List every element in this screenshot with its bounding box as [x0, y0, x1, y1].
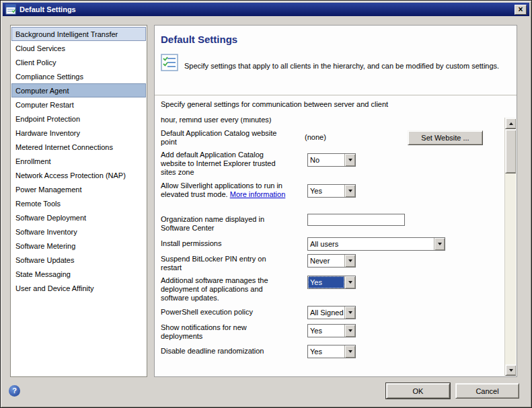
sidebar-item-hardware-inventory[interactable]: Hardware Inventory — [11, 126, 146, 140]
sidebar-item-cloud-services[interactable]: Cloud Services — [11, 41, 146, 55]
page-description: Specify settings that apply to all clien… — [184, 62, 500, 71]
powershell-dropdown-value: All Signed — [308, 307, 344, 319]
powershell-dropdown[interactable]: All Signed — [307, 306, 356, 319]
chevron-down-icon[interactable] — [344, 307, 355, 319]
catalog-website-point-value: (none) — [305, 133, 326, 142]
setting-label-silverlight: Allow Silverlight applications to run in… — [161, 181, 289, 199]
sidebar-item-enrollment[interactable]: Enrollment — [11, 154, 146, 168]
notifications-dropdown[interactable]: Yes — [307, 324, 356, 337]
title-bar[interactable]: Default Settings × — [3, 3, 529, 16]
additional-software-dropdown-value: Yes — [308, 276, 344, 288]
sidebar-item-client-policy[interactable]: Client Policy — [11, 55, 146, 69]
vertical-scrollbar[interactable] — [504, 118, 516, 376]
chevron-down-icon[interactable] — [344, 345, 355, 358]
chevron-down-icon[interactable] — [344, 276, 355, 288]
setting-label-bitlocker: Suspend BitLocker PIN entry on restart — [161, 255, 289, 272]
help-icon[interactable]: ? — [9, 385, 20, 397]
sidebar-item-background-intelligent-transfer[interactable]: Background Intelligent Transfer — [11, 27, 146, 41]
chevron-down-icon[interactable] — [434, 238, 445, 250]
window-icon — [5, 4, 16, 15]
more-information-link[interactable]: More information — [230, 190, 286, 198]
sidebar-item-metered-internet-connections[interactable]: Metered Internet Connections — [11, 140, 146, 154]
sidebar-item-software-deployment[interactable]: Software Deployment — [11, 210, 146, 225]
page-title: Default Settings — [161, 34, 237, 45]
sidebar-item-computer-restart[interactable]: Computer Restart — [11, 97, 146, 112]
setting-label-additional-software: Additional software manages the deployme… — [161, 276, 289, 302]
sidebar-item-endpoint-protection[interactable]: Endpoint Protection — [11, 112, 146, 126]
deadline-dropdown[interactable]: Yes — [307, 345, 356, 358]
ok-button[interactable]: OK — [386, 383, 450, 399]
settings-group-list: Background Intelligent TransferCloud Ser… — [10, 25, 147, 377]
sidebar-item-software-metering[interactable]: Software Metering — [11, 239, 146, 253]
install-permissions-dropdown-value: All users — [308, 238, 434, 250]
organization-name-input[interactable] — [307, 214, 405, 226]
setting-label-powershell: PowerShell execution policy — [161, 308, 289, 317]
setting-label-catalog-website-point: Default Application Catalog website poin… — [161, 129, 289, 147]
chevron-down-icon[interactable] — [344, 154, 355, 166]
bitlocker-dropdown-value: Never — [308, 255, 344, 267]
cancel-button[interactable]: Cancel — [455, 383, 519, 399]
trusted-sites-dropdown[interactable]: No — [307, 153, 356, 167]
main-panel: Default Settings Specify settings that a… — [154, 25, 517, 377]
install-permissions-dropdown[interactable]: All users — [307, 237, 445, 251]
set-website-button[interactable]: Set Website ... — [408, 130, 483, 145]
scrollbar-thumb[interactable] — [505, 129, 516, 173]
settings-scroll-area: hour, remind user every (minutes) Defaul… — [155, 118, 516, 376]
section-heading: Specify general settings for communicati… — [161, 100, 497, 108]
deadline-dropdown-value: Yes — [308, 345, 344, 358]
sidebar-item-computer-agent[interactable]: Computer Agent — [11, 83, 146, 97]
sidebar-item-power-management[interactable]: Power Management — [11, 182, 146, 196]
sidebar-item-user-and-device-affinity[interactable]: User and Device Affinity — [11, 281, 146, 295]
chevron-down-icon[interactable] — [344, 325, 355, 337]
notifications-dropdown-value: Yes — [308, 325, 344, 337]
setting-label-install-permissions: Install permissions — [161, 239, 289, 248]
trusted-sites-dropdown-value: No — [308, 154, 344, 166]
setting-label-organization-name: Organization name displayed in Software … — [161, 215, 289, 233]
default-settings-dialog: Default Settings × Background Intelligen… — [0, 0, 532, 408]
sidebar-item-network-access-protection-nap[interactable]: Network Access Protection (NAP) — [11, 168, 146, 182]
bitlocker-dropdown[interactable]: Never — [307, 254, 356, 268]
setting-label-notifications: Show notifications for new deployments — [161, 323, 289, 341]
sidebar-item-compliance-settings[interactable]: Compliance Settings — [11, 69, 146, 83]
scroll-down-icon[interactable] — [505, 364, 516, 376]
silverlight-dropdown[interactable]: Yes — [307, 184, 356, 198]
sidebar-item-state-messaging[interactable]: State Messaging — [11, 267, 146, 281]
setting-label-deadline: Disable deadline randomization — [161, 347, 289, 356]
sidebar-item-remote-tools[interactable]: Remote Tools — [11, 196, 146, 210]
chevron-down-icon[interactable] — [344, 255, 355, 267]
sidebar-item-software-updates[interactable]: Software Updates — [11, 253, 146, 267]
sidebar-item-software-inventory[interactable]: Software Inventory — [11, 225, 146, 239]
additional-software-dropdown[interactable]: Yes — [307, 276, 356, 289]
silverlight-dropdown-value: Yes — [308, 185, 344, 197]
settings-list-icon — [161, 54, 178, 71]
setting-label-trusted-sites: Add default Application Catalog website … — [161, 151, 289, 177]
divider — [155, 95, 517, 96]
window-title: Default Settings — [20, 5, 515, 13]
chevron-down-icon[interactable] — [344, 185, 355, 197]
scroll-up-icon[interactable] — [505, 118, 516, 129]
close-icon[interactable]: × — [515, 5, 527, 15]
setting-label-reminder-interval: hour, remind user every (minutes) — [161, 118, 309, 124]
